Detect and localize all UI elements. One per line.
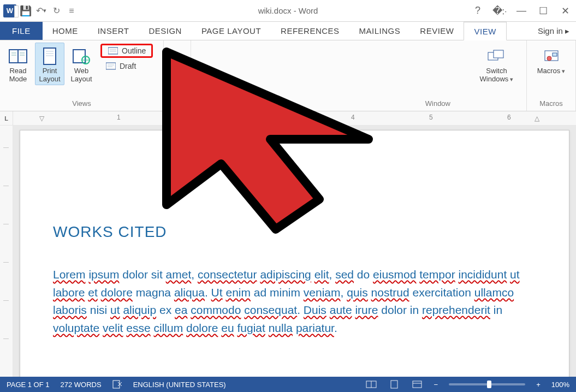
print-layout-label: Print Layout: [39, 67, 60, 84]
ruler-mark-2: 2: [195, 114, 199, 121]
macros-icon: [542, 46, 561, 66]
svg-rect-6: [44, 48, 56, 64]
zoom-out-button[interactable]: −: [434, 381, 438, 389]
svg-rect-17: [106, 63, 116, 69]
svg-rect-14: [108, 47, 118, 54]
tab-review[interactable]: REVIEW: [410, 22, 464, 40]
tab-references[interactable]: REFERENCES: [271, 22, 349, 40]
draft-icon: [105, 62, 116, 70]
svg-rect-25: [113, 381, 120, 388]
macros-group-label: Macros: [527, 97, 575, 111]
window-group-label: Window: [191, 97, 467, 111]
outline-button[interactable]: Outline: [100, 44, 153, 58]
print-layout-icon: [40, 46, 60, 66]
help-icon[interactable]: ?: [471, 4, 484, 17]
tab-insert[interactable]: INSERT: [88, 22, 139, 40]
read-mode-button[interactable]: Read Mode: [3, 43, 33, 85]
vertical-ruler[interactable]: [0, 126, 13, 377]
ribbon: Read Mode Print Layout Web Layout: [0, 40, 576, 111]
tab-mailings[interactable]: MAILINGS: [349, 22, 411, 40]
web-layout-button[interactable]: Web Layout: [67, 43, 96, 85]
zoom-level[interactable]: 100%: [551, 381, 569, 389]
quick-access-toolbar: W 💾 ↶ ↻ ≡: [0, 4, 78, 17]
show-group-label-partial: Sho: [164, 97, 191, 111]
switch-windows-label: Switch Windows: [480, 67, 514, 84]
zoom-slider[interactable]: [449, 383, 525, 385]
ribbon-display-options-icon[interactable]: �჻: [493, 4, 506, 17]
ruler-mark-4: 4: [351, 114, 355, 121]
status-page[interactable]: PAGE 1 OF 1: [7, 381, 50, 389]
ruler-mark-3: 3: [273, 114, 277, 121]
tab-file[interactable]: FILE: [0, 22, 43, 40]
tab-page-layout[interactable]: PAGE LAYOUT: [192, 22, 271, 40]
undo-icon[interactable]: ↶: [35, 5, 47, 17]
read-mode-label: Read Mode: [9, 67, 27, 84]
macros-button[interactable]: Macros: [533, 43, 569, 77]
document-workspace: WORKS CITED Lorem ipsum dolor sit amet, …: [0, 126, 576, 377]
ribbon-tabs: FILE HOME INSERT DESIGN PAGE LAYOUT REFE…: [0, 22, 576, 40]
sign-in-link[interactable]: Sign in ▸: [531, 22, 576, 40]
svg-rect-31: [413, 381, 421, 388]
draft-label: Draft: [120, 62, 136, 70]
document-heading[interactable]: WORKS CITED: [53, 223, 536, 241]
switch-windows-button[interactable]: Switch Windows: [476, 43, 518, 85]
tab-home[interactable]: HOME: [43, 22, 88, 40]
status-language[interactable]: ENGLISH (UNITED STATES): [133, 381, 226, 389]
ruler-mark-1: 1: [117, 114, 121, 121]
ruler-mark-5: 5: [429, 114, 433, 121]
ruler-mark-6: 6: [507, 114, 511, 121]
status-proofing-icon[interactable]: [112, 380, 122, 389]
macros-label: Macros: [537, 67, 566, 75]
svg-rect-24: [553, 53, 557, 56]
status-word-count[interactable]: 272 WORDS: [61, 381, 102, 389]
svg-point-23: [547, 56, 551, 61]
window-title: wiki.docx - Word: [258, 6, 318, 15]
draft-button[interactable]: Draft: [100, 59, 153, 73]
horizontal-ruler[interactable]: L ▽ 1 2 3 4 5 6 △: [0, 111, 576, 126]
document-page[interactable]: WORKS CITED Lorem ipsum dolor sit amet, …: [20, 130, 569, 377]
web-layout-icon: [72, 46, 91, 66]
svg-rect-10: [73, 50, 85, 63]
svg-rect-21: [494, 50, 503, 58]
title-bar: W 💾 ↶ ↻ ≡ wiki.docx - Word ? �჻ — ☐ ✕: [0, 0, 576, 22]
view-print-layout-icon[interactable]: [388, 379, 400, 389]
close-icon[interactable]: ✕: [559, 4, 572, 17]
tab-view[interactable]: VIEW: [464, 22, 506, 40]
read-mode-icon: [8, 46, 28, 66]
tab-selector[interactable]: L: [0, 111, 13, 125]
word-app-icon[interactable]: W: [3, 4, 16, 17]
document-body[interactable]: Lorem ipsum dolor sit amet, consectetur …: [53, 266, 536, 337]
redo-icon[interactable]: ↻: [50, 5, 62, 17]
outline-label: Outline: [122, 46, 146, 55]
outline-icon: [108, 46, 118, 55]
web-layout-label: Web Layout: [70, 67, 92, 84]
view-web-layout-icon[interactable]: [411, 379, 423, 389]
save-icon[interactable]: 💾: [20, 5, 32, 17]
views-group-label: Views: [0, 97, 163, 111]
status-bar: PAGE 1 OF 1 272 WORDS ENGLISH (UNITED ST…: [0, 377, 576, 392]
view-read-mode-icon[interactable]: [365, 379, 377, 389]
print-layout-button[interactable]: Print Layout: [35, 43, 64, 85]
svg-rect-30: [391, 381, 397, 388]
minimize-icon[interactable]: —: [515, 4, 528, 17]
zoom-in-button[interactable]: +: [536, 381, 541, 389]
qat-customize-icon[interactable]: ≡: [66, 5, 78, 17]
switch-windows-icon: [487, 46, 507, 66]
tab-design[interactable]: DESIGN: [139, 22, 192, 40]
maximize-icon[interactable]: ☐: [537, 4, 550, 17]
